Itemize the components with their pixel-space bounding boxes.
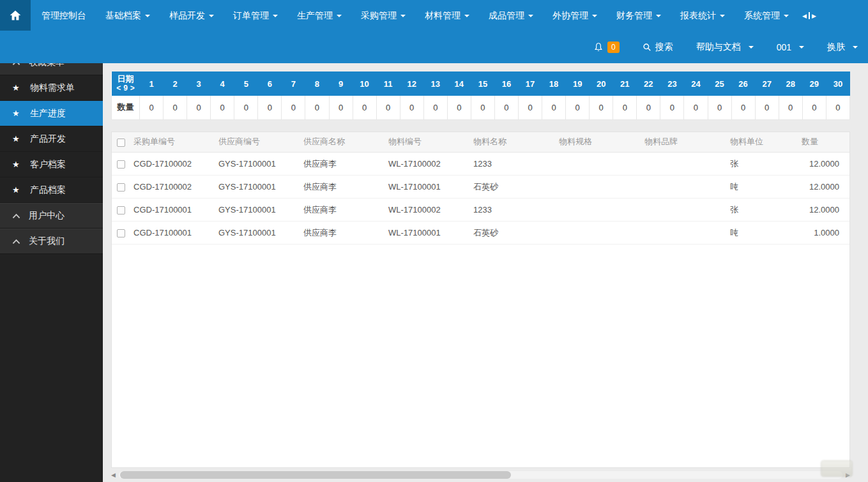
sidebar-section[interactable]: 收藏菜单 [0, 63, 103, 75]
day-column-header: 15 [471, 72, 494, 96]
chevron-down-icon [528, 15, 533, 17]
day-column-header: 26 [731, 72, 755, 96]
sidebar-item-label: 物料需求单 [30, 82, 75, 94]
table-row[interactable]: CGD-17100002GYS-17100001供应商李WL-17100001石… [112, 176, 849, 199]
notifications-button[interactable]: 0 [593, 41, 620, 53]
scroll-left-arrow[interactable]: ◀ [111, 472, 116, 478]
sidebar-item-label: 产品档案 [30, 185, 66, 196]
table-row[interactable]: CGD-17100001GYS-17100001供应商李WL-171000021… [112, 199, 849, 222]
divider-bar [809, 12, 810, 19]
primary-menu-row: 管理控制台基础档案样品开发订单管理生产管理采购管理材料管理成品管理外协管理财务管… [0, 0, 868, 31]
help-menu[interactable]: 帮助与文档 [696, 41, 754, 53]
sidebar-item[interactable]: ★生产进度 [0, 101, 103, 126]
table-cell: 供应商李 [298, 199, 383, 222]
row-checkbox-cell [112, 222, 128, 245]
table-cell: 1.0000 [796, 222, 849, 245]
sidebar-item[interactable]: ★物料需求单 [0, 75, 103, 101]
notification-badge: 0 [607, 41, 620, 53]
triangle-right-icon: ▶ [812, 13, 816, 19]
nav-item[interactable]: 生产管理 [287, 0, 351, 31]
nav-item[interactable]: 采购管理 [351, 0, 415, 31]
row-checkbox[interactable] [117, 229, 125, 237]
nav-item-label: 成品管理 [489, 10, 524, 22]
table-cell: 吨 [725, 176, 796, 199]
search-button[interactable]: 搜索 [643, 41, 673, 53]
nav-item[interactable]: 订单管理 [224, 0, 287, 31]
row-checkbox[interactable] [117, 183, 125, 192]
home-button[interactable] [0, 0, 31, 31]
quantity-row-label: 数量 [112, 96, 140, 119]
row-checkbox[interactable] [117, 206, 125, 215]
day-column-header: 22 [637, 72, 660, 96]
nav-item[interactable]: 管理控制台 [32, 0, 96, 31]
sidebar-section[interactable]: 关于我们 [0, 229, 103, 254]
scroll-right-arrow[interactable]: ▶ [846, 472, 850, 478]
day-column-header: 19 [566, 72, 590, 96]
day-column-header: 1 [140, 72, 164, 96]
day-column-header: 29 [802, 72, 826, 96]
chevron-down-icon [592, 15, 597, 17]
daily-quantity-table: 日期 < 9 > 1234567891011121314151617181920… [111, 72, 850, 120]
quantity-row: 数量 000000000000000000000000000000 [112, 96, 850, 119]
table-cell: GYS-17100001 [213, 222, 298, 245]
sidebar-item[interactable]: ★产品档案 [0, 177, 103, 203]
column-header: 供应商名称 [298, 132, 383, 153]
day-quantity-cell: 0 [802, 96, 826, 119]
nav-item[interactable]: 成品管理 [479, 0, 543, 31]
day-quantity-cell: 0 [637, 96, 660, 119]
utility-row: 0 搜索 帮助与文档 001 换肤 [0, 31, 868, 63]
chevron-up-icon [12, 63, 20, 66]
nav-item-label: 样品开发 [169, 10, 205, 22]
day-column-header: 10 [353, 72, 376, 96]
nav-item[interactable]: 样品开发 [160, 0, 224, 31]
day-quantity-cell: 0 [566, 96, 590, 119]
user-menu[interactable]: 001 [777, 42, 804, 52]
row-checkbox[interactable] [117, 160, 125, 169]
sidebar: 收藏菜单★物料需求单★生产进度★产品开发★客户档案★产品档案用户中心关于我们 [0, 63, 103, 482]
sidebar-item[interactable]: ★客户档案 [0, 152, 103, 177]
nav-item[interactable]: 财务管理 [607, 0, 671, 31]
chevron-down-icon [853, 46, 858, 49]
day-quantity-cell: 0 [542, 96, 566, 119]
skin-menu[interactable]: 换肤 [827, 41, 858, 53]
table-row[interactable]: CGD-17100002GYS-17100001供应商李WL-171000021… [112, 153, 849, 176]
sidebar-item[interactable]: ★产品开发 [0, 126, 103, 152]
table-cell [554, 153, 639, 176]
column-header: 物料单位 [725, 132, 796, 153]
table-cell: GYS-17100001 [213, 153, 298, 176]
menu-collapse-button[interactable]: ◀ ▶ [802, 0, 816, 31]
nav-item-label: 外协管理 [552, 10, 588, 22]
table-cell: 供应商李 [298, 176, 383, 199]
triangle-left-icon: ◀ [802, 13, 807, 19]
column-header: 物料名称 [468, 132, 554, 153]
nav-item[interactable]: 外协管理 [543, 0, 607, 31]
nav-item[interactable]: 基础档案 [96, 0, 160, 31]
select-all-checkbox[interactable] [117, 139, 125, 147]
table-cell: CGD-17100001 [128, 222, 213, 245]
day-column-header: 13 [423, 72, 447, 96]
sidebar-item-label: 产品开发 [30, 133, 66, 145]
bell-icon [593, 42, 604, 52]
nav-item[interactable]: 系统管理 [735, 0, 798, 31]
day-quantity-cell: 0 [282, 96, 305, 119]
sidebar-section-label: 关于我们 [29, 236, 65, 247]
table-row[interactable]: CGD-17100001GYS-17100001供应商李WL-17100001石… [112, 222, 849, 245]
prev-month-button[interactable]: < [116, 84, 121, 93]
column-header: 采购单编号 [128, 132, 213, 153]
nav-item[interactable]: 报表统计 [671, 0, 735, 31]
sidebar-section[interactable]: 用户中心 [0, 203, 103, 229]
scrollbar-thumb[interactable] [120, 471, 511, 479]
horizontal-scrollbar[interactable]: ◀ ▶ [111, 468, 850, 482]
nav-item-label: 管理控制台 [42, 10, 86, 22]
current-month: 9 [123, 84, 128, 93]
table-cell: WL-17100001 [383, 222, 468, 245]
sidebar-item-label: 客户档案 [30, 159, 66, 170]
column-header: 数量 [796, 132, 849, 153]
day-column-header: 21 [613, 72, 637, 96]
nav-item[interactable]: 材料管理 [415, 0, 479, 31]
orders-header-row: 采购单编号供应商编号供应商名称物料编号物料名称物料规格物料品牌物料单位数量 [112, 132, 849, 153]
date-label: 日期 [112, 74, 140, 84]
star-icon: ★ [12, 84, 21, 92]
next-month-button[interactable]: > [130, 84, 135, 93]
scrollbar-track[interactable] [119, 471, 842, 479]
